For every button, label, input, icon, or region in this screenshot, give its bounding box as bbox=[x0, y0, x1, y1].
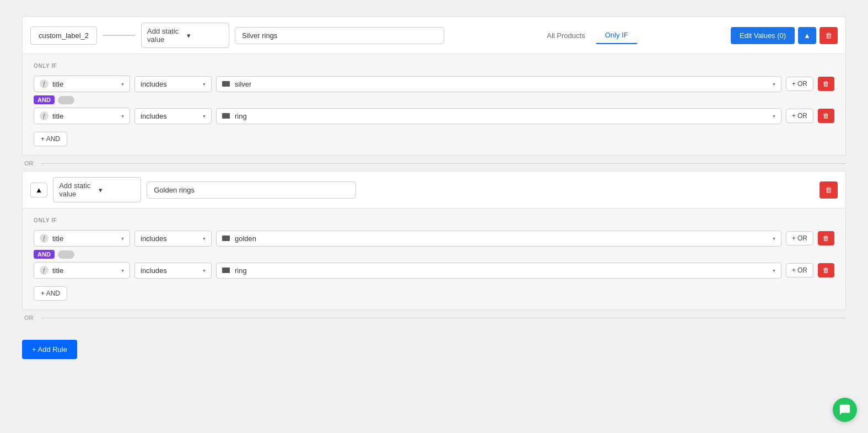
only-if-title-1: ONLY IF bbox=[34, 63, 834, 69]
delete-condition-1-1[interactable]: 🗑 bbox=[818, 77, 834, 91]
field-selector-1-1[interactable]: ƒ title ▾ bbox=[34, 76, 130, 92]
condition-row-2-1: ƒ title ▾ includes ▾ golden ▾ + OR 🗑 bbox=[34, 230, 834, 247]
delete-condition-1-2[interactable]: 🗑 bbox=[818, 109, 834, 123]
delete-rule1-button[interactable]: 🗑 bbox=[820, 27, 838, 44]
operator-label-2-2: includes bbox=[141, 266, 200, 275]
value-selector-2-1[interactable]: golden ▾ bbox=[216, 231, 781, 247]
operator-label-2-1: includes bbox=[141, 234, 200, 243]
static-value-dropdown-2[interactable]: Add static value ▾ bbox=[53, 177, 141, 202]
chevron-icon-val-2-2: ▾ bbox=[773, 268, 775, 274]
chat-bubble[interactable] bbox=[833, 398, 857, 422]
rule2-header-left: ▲ bbox=[30, 183, 47, 197]
field-label: custom_label_2 bbox=[30, 26, 97, 45]
field-icon-1-1: ƒ bbox=[40, 79, 48, 88]
or-add-button-2-2[interactable]: + OR bbox=[786, 263, 813, 277]
chevron-icon-op-1-2: ▾ bbox=[203, 113, 206, 119]
field-selector-1-2[interactable]: ƒ title ▾ bbox=[34, 108, 130, 124]
value-input-1[interactable] bbox=[235, 27, 444, 44]
value-selector-1-1[interactable]: silver ▾ bbox=[216, 76, 781, 92]
or-divider-line-2 bbox=[41, 318, 847, 318]
arrow-up-button[interactable]: ▲ bbox=[798, 27, 816, 44]
chevron-icon-1-1: ▾ bbox=[121, 81, 124, 87]
and-separator-1: AND bbox=[34, 95, 834, 104]
and-toggle-1[interactable] bbox=[58, 96, 74, 104]
chevron-icon-2-2: ▾ bbox=[121, 268, 124, 274]
header-actions: Edit Values (0) ▲ 🗑 bbox=[731, 27, 838, 44]
operator-selector-1-2[interactable]: includes ▾ bbox=[134, 108, 212, 124]
chevron-down-icon-2: ▾ bbox=[99, 186, 135, 194]
and-toggle-2[interactable] bbox=[58, 250, 74, 259]
add-and-button-1[interactable]: + AND bbox=[34, 132, 67, 146]
rule2-body: ONLY IF ƒ title ▾ includes ▾ golden ▾ + … bbox=[22, 209, 846, 310]
keyboard-icon-1-2 bbox=[222, 113, 230, 119]
only-if-title-2: ONLY IF bbox=[34, 217, 834, 223]
or-add-button-2-1[interactable]: + OR bbox=[786, 231, 813, 245]
static-value-label-2: Add static value bbox=[59, 181, 95, 198]
page-container: custom_label_2 Add static value ▾ All Pr… bbox=[0, 0, 868, 376]
add-rule-row: + Add Rule bbox=[22, 331, 846, 359]
chevron-icon-1-2: ▾ bbox=[121, 113, 124, 119]
field-label-1-1: title bbox=[52, 80, 118, 88]
field-icon-2-2: ƒ bbox=[40, 266, 48, 275]
chevron-down-icon: ▾ bbox=[187, 31, 223, 40]
keyboard-icon-2-2 bbox=[222, 268, 230, 273]
add-and-button-2[interactable]: + AND bbox=[34, 286, 67, 301]
delete-rule2-button[interactable]: 🗑 bbox=[820, 181, 838, 199]
field-icon-2-1: ƒ bbox=[40, 234, 48, 243]
field-selector-2-1[interactable]: ƒ title ▾ bbox=[34, 230, 130, 247]
keyboard-icon-2-1 bbox=[222, 236, 230, 241]
chevron-icon-op-1-1: ▾ bbox=[203, 81, 206, 87]
chevron-icon-val-1-1: ▾ bbox=[773, 81, 775, 87]
add-rule-button[interactable]: + Add Rule bbox=[22, 340, 77, 359]
or-divider-line-1 bbox=[41, 163, 847, 164]
operator-selector-2-1[interactable]: includes ▾ bbox=[134, 231, 212, 247]
value-label-1-1: silver bbox=[235, 80, 770, 88]
condition-row-1-2: ƒ title ▾ includes ▾ ring ▾ + OR 🗑 bbox=[34, 108, 834, 124]
or-add-button-1-2[interactable]: + OR bbox=[786, 109, 813, 123]
rule2-actions: 🗑 bbox=[820, 181, 838, 199]
operator-label-1-1: includes bbox=[141, 80, 200, 88]
or-divider-1: OR bbox=[22, 156, 846, 171]
and-badge-2: AND bbox=[34, 250, 55, 259]
all-products-btn[interactable]: All Products bbox=[538, 28, 594, 44]
field-selector-2-2[interactable]: ƒ title ▾ bbox=[34, 262, 130, 279]
and-badge-1: AND bbox=[34, 95, 55, 104]
chevron-icon-op-2-1: ▾ bbox=[203, 236, 206, 242]
collapse-rule2-button[interactable]: ▲ bbox=[30, 183, 47, 197]
chat-icon bbox=[839, 404, 851, 416]
only-if-btn[interactable]: Only IF bbox=[596, 27, 637, 44]
value-label-2-1: golden bbox=[235, 234, 770, 243]
static-value-label-1: Add static value bbox=[147, 27, 184, 44]
static-value-dropdown-1[interactable]: Add static value ▾ bbox=[141, 23, 229, 48]
chevron-icon-val-2-1: ▾ bbox=[773, 236, 775, 242]
delete-condition-2-2[interactable]: 🗑 bbox=[818, 263, 834, 277]
edit-values-button[interactable]: Edit Values (0) bbox=[731, 27, 795, 44]
value-selector-2-2[interactable]: ring ▾ bbox=[216, 263, 781, 279]
or-divider-text-1: OR bbox=[24, 160, 34, 167]
operator-selector-2-2[interactable]: includes ▾ bbox=[134, 263, 212, 279]
or-divider-2: OR bbox=[22, 310, 846, 323]
rule1-body: ONLY IF ƒ title ▾ includes ▾ silver ▾ + … bbox=[22, 54, 846, 156]
keyboard-icon-1-1 bbox=[222, 81, 230, 87]
field-label-2-1: title bbox=[52, 234, 118, 243]
value-selector-1-2[interactable]: ring ▾ bbox=[216, 108, 781, 124]
chevron-icon-2-1: ▾ bbox=[121, 236, 124, 242]
condition-row-2-2: ƒ title ▾ includes ▾ ring ▾ + OR 🗑 bbox=[34, 262, 834, 279]
or-add-button-1-1[interactable]: + OR bbox=[786, 77, 813, 91]
chevron-icon-op-2-2: ▾ bbox=[203, 268, 206, 274]
value-input-2[interactable] bbox=[147, 181, 356, 199]
field-icon-1-2: ƒ bbox=[40, 111, 48, 120]
operator-label-1-2: includes bbox=[141, 112, 200, 120]
value-label-1-2: ring bbox=[235, 112, 770, 120]
and-separator-2: AND bbox=[34, 250, 834, 259]
delete-condition-2-1[interactable]: 🗑 bbox=[818, 231, 834, 245]
condition-row-1-1: ƒ title ▾ includes ▾ silver ▾ + OR 🗑 bbox=[34, 76, 834, 92]
or-divider-text-2: OR bbox=[24, 314, 34, 321]
value-label-2-2: ring bbox=[235, 266, 770, 275]
product-toggle: All Products Only IF bbox=[538, 27, 637, 44]
field-label-2-2: title bbox=[52, 266, 118, 275]
field-label-1-2: title bbox=[52, 112, 118, 120]
operator-selector-1-1[interactable]: includes ▾ bbox=[134, 76, 212, 92]
chevron-icon-val-1-2: ▾ bbox=[773, 113, 775, 119]
connector-line bbox=[103, 35, 136, 36]
